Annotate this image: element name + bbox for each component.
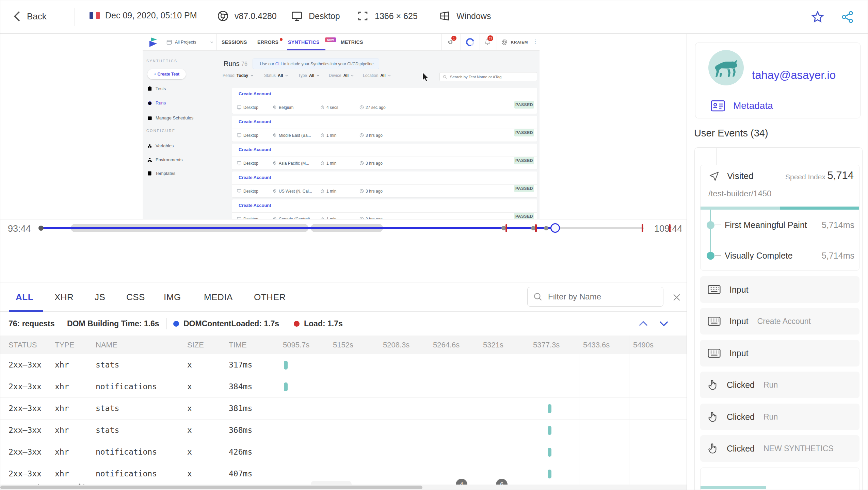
run-card[interactable]: Create Account Desktop Belgium 4 secs 27…: [232, 88, 537, 114]
net-tab-all[interactable]: ALL: [16, 282, 33, 312]
project-selector[interactable]: All Projects: [166, 34, 214, 51]
net-tab-media[interactable]: MEDIA: [204, 282, 233, 312]
col-time: TIME: [229, 336, 247, 354]
event-card-clicked[interactable]: ClickedRun: [700, 372, 859, 398]
timeline[interactable]: 93:44 109:44: [0, 219, 687, 239]
star-icon: [810, 10, 825, 24]
viewport-info: 1366 × 625: [356, 10, 418, 22]
session-info-sidebar: tahay@asayer.io Metadata User Events (34…: [687, 34, 868, 490]
network-row[interactable]: 2xx–3xxxhrstatsx317ms: [0, 354, 687, 376]
filter-period[interactable]: PeriodToday: [223, 73, 254, 78]
run-card[interactable]: Create Account Desktop Middle East (Ba..…: [232, 116, 537, 142]
user-email[interactable]: tahay@asayer.io: [752, 69, 836, 82]
stopwatch-icon: [320, 189, 324, 193]
app-sidebar-tests[interactable]: Tests: [147, 86, 166, 91]
event-card-input[interactable]: Input: [700, 276, 859, 303]
event-card-input[interactable]: InputCreate Account: [700, 308, 859, 334]
user-menu[interactable]: KRAIEM: [511, 40, 528, 44]
app-sidebar-schedules[interactable]: Manage Schedules: [147, 115, 193, 120]
user-events-list: Visited Speed Index 5,714 /test-builder/…: [694, 147, 863, 490]
device-label: Desktop: [309, 11, 340, 21]
windows-icon: [438, 10, 451, 22]
status-badge: PASSED: [514, 129, 534, 136]
net-tab-img[interactable]: IMG: [164, 282, 181, 312]
click-hand-icon: [708, 411, 718, 423]
search-icon: [443, 75, 447, 79]
app-tab-sessions[interactable]: SESSIONS: [222, 34, 247, 51]
runs-title: Runs: [224, 60, 240, 68]
share-button[interactable]: [840, 10, 855, 24]
network-row[interactable]: 2xx–3xxxhrstatsx368ms: [0, 420, 687, 441]
gear-icon[interactable]: [501, 38, 508, 46]
waterfall-bar: [548, 448, 551, 457]
network-row[interactable]: 2xx–3xxxhrnotificationsx426ms: [0, 441, 687, 463]
app-tab-errors[interactable]: ERRORS: [257, 34, 278, 51]
col-t3: 5264.6s: [433, 336, 460, 354]
scrollbar-thumb[interactable]: [0, 486, 422, 489]
announcements-button[interactable]: 1: [447, 38, 455, 46]
app-sidebar-templates[interactable]: Templates: [147, 171, 175, 176]
runs-search[interactable]: [439, 72, 537, 81]
network-filter[interactable]: [527, 287, 663, 307]
event-dot: [544, 226, 548, 230]
cli-link[interactable]: CLI: [275, 62, 282, 66]
run-card[interactable]: Create Account Desktop Canada (Central) …: [232, 199, 537, 219]
clock-runs-icon: [147, 100, 152, 105]
net-tab-css[interactable]: CSS: [126, 282, 145, 312]
monitor-icon: [237, 189, 241, 193]
network-row[interactable]: 2xx–3xxxhrnotificationsx407ms: [0, 463, 687, 485]
network-row[interactable]: 2xx–3xxxhrstatsx381ms: [0, 398, 687, 420]
network-row[interactable]: 2xx–3xxxhrnotificationsx384ms: [0, 376, 687, 398]
run-card[interactable]: Create Account Desktop US West (N. Cal..…: [232, 172, 537, 197]
app-sidebar-variables[interactable]: Variables: [147, 143, 174, 148]
jump-next-icon[interactable]: [658, 318, 670, 329]
navigate-icon: [708, 170, 720, 182]
click-hand-icon: [708, 443, 718, 454]
notifications-button[interactable]: 33: [484, 38, 491, 46]
runs-search-input[interactable]: [449, 75, 531, 79]
close-panel-icon[interactable]: [672, 292, 682, 303]
monitor-icon: [290, 10, 303, 22]
status-badge: PASSED: [514, 157, 534, 164]
chevron-down-icon: [250, 74, 254, 77]
event-card-input[interactable]: Input: [700, 340, 859, 366]
active-tab-underline: [287, 49, 325, 50]
playhead[interactable]: [550, 223, 560, 233]
clock-icon: [359, 133, 364, 137]
event-card-visited[interactable]: Visited Speed Index 5,714 /test-builder/…: [700, 165, 859, 271]
app-tab-metrics[interactable]: METRICS: [341, 34, 363, 51]
loading-spinner-icon: [465, 37, 476, 48]
net-tab-js[interactable]: JS: [95, 282, 105, 312]
event-card-clicked[interactable]: ClickedNEW SYNTHETICS: [700, 435, 859, 462]
location-pin-icon: [273, 105, 277, 110]
new-badge: NEW: [325, 37, 336, 42]
event-card-partial[interactable]: [700, 468, 859, 490]
timeline-start-dot: [38, 226, 44, 231]
dcl-dot: [173, 321, 179, 327]
net-tab-xhr[interactable]: XHR: [54, 282, 74, 312]
favorite-button[interactable]: [810, 10, 825, 24]
waterfall-bar: [284, 382, 288, 391]
search-icon: [533, 292, 543, 301]
divider: [695, 93, 860, 93]
kebab-menu-icon[interactable]: ⋮: [533, 38, 538, 45]
calendar-icon: [147, 115, 152, 120]
horizontal-scrollbar[interactable]: [0, 485, 687, 490]
filter-device[interactable]: DeviceAll: [329, 73, 354, 78]
app-sidebar-runs[interactable]: Runs: [147, 100, 166, 105]
app-tab-synthetics[interactable]: SYNTHETICS: [288, 34, 320, 51]
create-test-button[interactable]: + Create Test: [147, 69, 186, 79]
run-card[interactable]: Create Account Desktop Asia Pacific (M..…: [232, 144, 537, 169]
app-sidebar-environments[interactable]: Environments: [147, 157, 182, 162]
location-pin-icon: [273, 217, 277, 219]
event-card-clicked[interactable]: ClickedRun: [700, 404, 859, 430]
waterfall-bar: [284, 361, 288, 370]
jump-prev-icon[interactable]: [638, 318, 649, 329]
net-tab-other[interactable]: OTHER: [254, 282, 286, 312]
filter-type[interactable]: TypeAll: [298, 73, 320, 78]
filter-status[interactable]: StatusAll: [264, 73, 288, 78]
filter-location[interactable]: LocationAll: [363, 73, 391, 78]
network-filter-input[interactable]: [547, 292, 649, 302]
back-button[interactable]: Back: [13, 11, 47, 22]
metadata-button[interactable]: Metadata: [711, 100, 773, 112]
